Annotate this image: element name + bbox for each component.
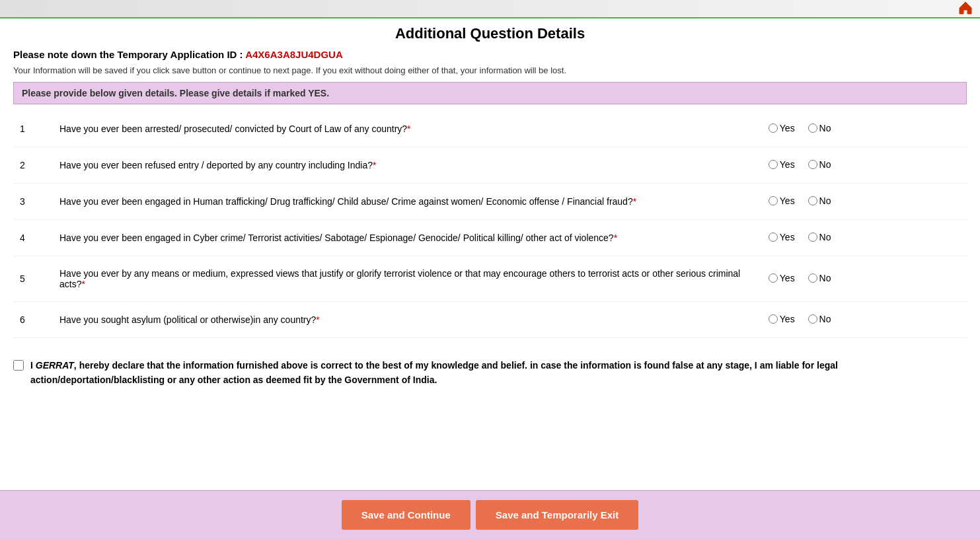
question-number: 6 bbox=[13, 302, 53, 338]
question-text: Have you ever by any means or medium, ex… bbox=[53, 256, 755, 302]
yes-label-4[interactable]: Yes bbox=[769, 232, 795, 242]
question-options: Yes No bbox=[755, 220, 967, 256]
yes-radio-5[interactable] bbox=[769, 273, 778, 283]
table-row: 3 Have you ever been engaged in Human tr… bbox=[13, 184, 967, 220]
table-row: 6 Have you sought asylum (political or o… bbox=[13, 302, 967, 338]
required-marker: * bbox=[81, 279, 85, 289]
table-row: 4 Have you ever been engaged in Cyber cr… bbox=[13, 220, 967, 256]
required-marker: * bbox=[614, 233, 617, 243]
temp-id-label: Please note down the Temporary Applicati… bbox=[13, 49, 243, 60]
temp-id-line: Please note down the Temporary Applicati… bbox=[13, 48, 967, 61]
page-title: Additional Question Details bbox=[0, 18, 980, 48]
question-options: Yes No bbox=[755, 147, 967, 184]
question-options: Yes No bbox=[755, 256, 967, 302]
no-radio-2[interactable] bbox=[808, 160, 817, 169]
section-header: Please provide below given details. Plea… bbox=[13, 82, 967, 104]
question-number: 3 bbox=[13, 184, 53, 220]
no-label-4[interactable]: No bbox=[808, 232, 831, 242]
question-number: 2 bbox=[13, 147, 53, 184]
required-marker: * bbox=[316, 314, 319, 325]
questions-table: 1 Have you ever been arrested/ prosecute… bbox=[13, 111, 967, 338]
no-label-6[interactable]: No bbox=[808, 314, 831, 324]
question-number: 1 bbox=[13, 111, 53, 147]
yes-radio-6[interactable] bbox=[769, 314, 778, 324]
declaration-name: GERRAT bbox=[36, 360, 74, 371]
question-options: Yes No bbox=[755, 111, 967, 147]
yes-radio-4[interactable] bbox=[769, 233, 778, 242]
declaration-checkbox[interactable] bbox=[13, 360, 24, 371]
question-text: Have you ever been arrested/ prosecuted/… bbox=[53, 111, 755, 147]
table-row: 1 Have you ever been arrested/ prosecute… bbox=[13, 111, 967, 147]
required-marker: * bbox=[373, 160, 376, 170]
question-text: Have you ever been refused entry / depor… bbox=[53, 147, 755, 184]
yes-label-3[interactable]: Yes bbox=[769, 196, 795, 206]
no-radio-4[interactable] bbox=[808, 233, 817, 242]
question-text: Have you ever been engaged in Cyber crim… bbox=[53, 220, 755, 256]
yes-radio-2[interactable] bbox=[769, 160, 778, 169]
no-radio-5[interactable] bbox=[808, 273, 817, 283]
table-row: 5 Have you ever by any means or medium, … bbox=[13, 256, 967, 302]
home-icon[interactable] bbox=[958, 0, 973, 18]
yes-radio-3[interactable] bbox=[769, 196, 778, 205]
top-bar bbox=[0, 0, 980, 18]
no-radio-6[interactable] bbox=[808, 314, 817, 324]
no-label-1[interactable]: No bbox=[808, 123, 831, 133]
no-radio-3[interactable] bbox=[808, 196, 817, 205]
yes-radio-1[interactable] bbox=[769, 124, 778, 133]
declaration-text: I GERRAT, hereby declare that the inform… bbox=[30, 358, 967, 388]
question-text: Have you ever been engaged in Human traf… bbox=[53, 184, 755, 220]
declaration-box: I GERRAT, hereby declare that the inform… bbox=[13, 358, 967, 388]
no-radio-1[interactable] bbox=[808, 124, 817, 133]
declaration-area: I GERRAT, hereby declare that the inform… bbox=[0, 351, 980, 401]
no-label-5[interactable]: No bbox=[808, 273, 831, 283]
required-marker: * bbox=[407, 124, 410, 134]
question-options: Yes No bbox=[755, 302, 967, 338]
question-number: 4 bbox=[13, 220, 53, 256]
info-text: Your Information will be saved if you cl… bbox=[13, 65, 967, 75]
no-label-3[interactable]: No bbox=[808, 196, 831, 206]
yes-label-5[interactable]: Yes bbox=[769, 273, 795, 283]
yes-label-1[interactable]: Yes bbox=[769, 123, 795, 133]
temp-id-value: A4X6A3A8JU4DGUA bbox=[245, 49, 343, 60]
required-marker: * bbox=[633, 196, 636, 207]
question-text: Have you sought asylum (political or oth… bbox=[53, 302, 755, 338]
question-options: Yes No bbox=[755, 184, 967, 220]
no-label-2[interactable]: No bbox=[808, 159, 831, 170]
yes-label-2[interactable]: Yes bbox=[769, 159, 795, 170]
table-row: 2 Have you ever been refused entry / dep… bbox=[13, 147, 967, 184]
yes-label-6[interactable]: Yes bbox=[769, 314, 795, 324]
question-number: 5 bbox=[13, 256, 53, 302]
